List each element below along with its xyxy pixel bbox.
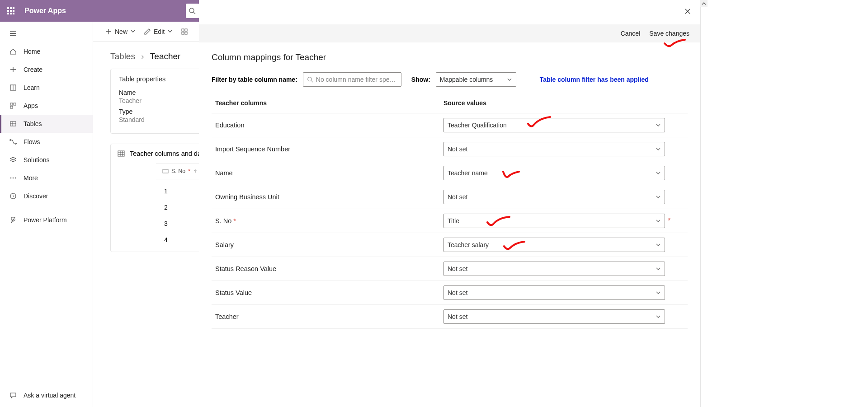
save-changes-button[interactable]: Save changes xyxy=(649,30,689,37)
mapping-column-name: S. No * xyxy=(215,217,443,225)
svg-line-27 xyxy=(311,81,313,83)
sidebar-item-virtual-agent[interactable]: Ask a virtual agent xyxy=(0,386,93,404)
svg-rect-18 xyxy=(182,32,184,34)
chevron-down-icon xyxy=(656,266,661,271)
sidebar-item-tables[interactable]: Tables xyxy=(0,115,93,133)
sidebar-item-power-platform[interactable]: Power Platform xyxy=(0,211,93,229)
sidebar-item-apps[interactable]: Apps xyxy=(0,97,93,115)
sort-asc-icon xyxy=(193,169,198,173)
filter-applied-message: Table column filter has been applied xyxy=(540,76,649,83)
source-value-label: Teacher salary xyxy=(448,241,489,248)
sidebar-item-more[interactable]: More xyxy=(0,169,93,187)
new-label: New xyxy=(115,28,127,35)
source-value-dropdown[interactable]: Not set xyxy=(443,142,665,156)
chevron-down-icon xyxy=(656,314,661,319)
source-value-label: Not set xyxy=(448,265,467,272)
new-button[interactable]: New xyxy=(102,26,138,37)
close-button[interactable] xyxy=(684,8,691,17)
source-value-dropdown[interactable]: Not set xyxy=(443,262,665,276)
plus-icon xyxy=(105,28,112,35)
sidebar-item-label: More xyxy=(24,174,38,182)
mapping-row: Status ValueNot set xyxy=(212,281,688,305)
svg-rect-19 xyxy=(185,32,187,34)
platform-icon xyxy=(9,216,17,224)
column-mappings-panel: Cancel Save changes Column mappings for … xyxy=(199,0,700,407)
mappings-header-col1: Teacher columns xyxy=(215,99,443,107)
chevron-down-icon xyxy=(507,77,512,82)
source-value-dropdown[interactable]: Teacher name xyxy=(443,166,665,180)
mapping-column-name: Name xyxy=(215,169,443,177)
sidebar-item-discover[interactable]: Discover xyxy=(0,187,93,205)
column-header-label: S. No xyxy=(171,168,185,174)
source-value-label: Not set xyxy=(448,193,467,201)
mapping-column-name: Status Reason Value xyxy=(215,265,443,272)
mapping-column-name: Owning Business Unit xyxy=(215,193,443,201)
svg-rect-5 xyxy=(14,103,16,105)
mapping-column-name: Salary xyxy=(215,241,443,248)
show-dropdown[interactable]: Mappable columns xyxy=(436,72,516,87)
mapping-row: Owning Business UnitNot set xyxy=(212,185,688,209)
sidebar-item-label: Solutions xyxy=(24,156,50,164)
svg-rect-20 xyxy=(118,151,124,156)
sidebar-item-label: Apps xyxy=(24,102,38,109)
chevron-down-icon xyxy=(656,170,661,176)
source-value-dropdown[interactable]: Title xyxy=(443,214,665,228)
panel-action-bar: Cancel Save changes xyxy=(199,24,700,42)
cancel-button[interactable]: Cancel xyxy=(621,30,641,37)
sidebar-item-label: Learn xyxy=(24,84,40,91)
edit-label: Edit xyxy=(154,28,165,35)
app-launcher-icon[interactable] xyxy=(0,0,22,22)
chevron-down-icon xyxy=(656,290,661,295)
breadcrumb-root[interactable]: Tables xyxy=(110,51,135,61)
svg-rect-16 xyxy=(182,29,184,31)
edit-button[interactable]: Edit xyxy=(141,26,175,37)
sidebar-item-flows[interactable]: Flows xyxy=(0,133,93,151)
grid-button[interactable] xyxy=(178,26,191,37)
sidebar-item-home[interactable]: Home xyxy=(0,42,93,61)
chevron-down-icon xyxy=(656,122,661,128)
text-field-icon xyxy=(162,168,169,174)
source-value-dropdown[interactable]: Teacher salary xyxy=(443,238,665,252)
show-dropdown-value: Mappable columns xyxy=(440,76,493,83)
close-icon xyxy=(684,8,691,15)
source-value-dropdown[interactable]: Not set xyxy=(443,285,665,300)
sidebar-item-label: Power Platform xyxy=(24,216,67,224)
mapping-column-name: Teacher xyxy=(215,313,443,320)
source-value-dropdown[interactable]: Not set xyxy=(443,190,665,204)
hamburger-icon[interactable] xyxy=(0,24,93,42)
pencil-icon xyxy=(144,28,151,35)
mapping-column-name: Education xyxy=(215,122,443,129)
svg-line-1 xyxy=(193,12,195,14)
sidebar-item-label: Tables xyxy=(24,120,42,127)
required-indicator: * xyxy=(188,168,190,174)
table-icon xyxy=(9,120,17,128)
svg-point-26 xyxy=(308,77,312,81)
clock-icon xyxy=(9,192,17,200)
app-title: Power Apps xyxy=(22,7,66,15)
more-icon xyxy=(9,174,17,182)
svg-point-14 xyxy=(15,178,16,179)
sidebar-item-label: Discover xyxy=(24,192,48,200)
svg-rect-7 xyxy=(10,122,16,126)
search-box[interactable] xyxy=(186,4,199,18)
svg-rect-6 xyxy=(10,106,13,108)
filter-label: Filter by table column name: xyxy=(212,76,297,83)
filter-input[interactable]: No column name filter spe… xyxy=(303,72,401,87)
sidebar-item-label: Flows xyxy=(24,138,40,145)
scroll-up-button[interactable] xyxy=(700,0,708,7)
sidebar: Home Create Learn Apps Tables Flows xyxy=(0,22,93,407)
sidebar-item-solutions[interactable]: Solutions xyxy=(0,151,93,169)
sidebar-item-create[interactable]: Create xyxy=(0,61,93,79)
source-value-label: Not set xyxy=(448,289,467,296)
show-label: Show: xyxy=(411,76,430,83)
source-value-label: Teacher Qualification xyxy=(448,122,507,129)
flow-icon xyxy=(9,138,17,146)
source-value-dropdown[interactable]: Teacher Qualification xyxy=(443,118,665,132)
sidebar-item-label: Home xyxy=(24,48,40,55)
chevron-down-icon xyxy=(656,194,661,200)
mapping-row: Status Reason ValueNot set xyxy=(212,257,688,281)
mapping-row: S. No *Title* xyxy=(212,209,688,233)
source-value-dropdown[interactable]: Not set xyxy=(443,309,665,324)
required-indicator: * xyxy=(231,217,236,225)
sidebar-item-learn[interactable]: Learn xyxy=(0,79,93,97)
